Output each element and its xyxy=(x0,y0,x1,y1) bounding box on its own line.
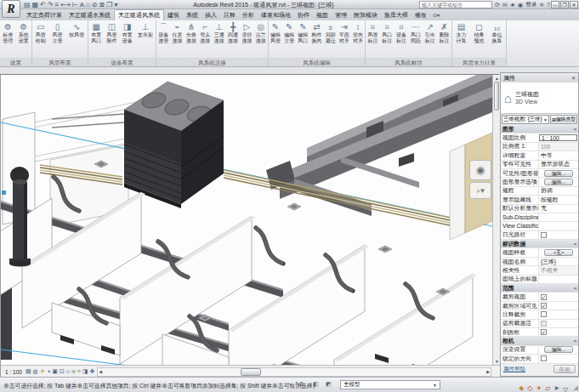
property-row-Sub-Discipline[interactable]: Sub-Discipline xyxy=(501,213,578,222)
ribbon-button-风管标注[interactable]: ⌗风管标注 xyxy=(367,21,377,44)
locked-3d-view-icon[interactable]: ⌂ xyxy=(66,368,70,375)
select-pinned-elements-icon[interactable]: ✦ xyxy=(536,384,542,392)
property-value[interactable]: 编辑... xyxy=(538,178,578,185)
tab-视图[interactable]: 视图 xyxy=(313,10,332,20)
close-properties-icon[interactable]: ✕ xyxy=(571,75,576,81)
type-selector-dropdown[interactable]: 三维视图: {三维} ▼ xyxy=(502,115,549,124)
application-menu-button[interactable]: R xyxy=(2,0,20,18)
property-value[interactable]: 按规程 xyxy=(538,196,578,203)
property-row-渲染设置[interactable]: 渲染设置编辑... xyxy=(501,346,578,355)
ribbon-button-系统设置[interactable]: ⚙系统设置 xyxy=(19,21,29,44)
property-row-裁剪区域可见[interactable]: 裁剪区域可见✓ xyxy=(501,302,578,310)
property-value[interactable]: 无 xyxy=(538,205,578,213)
ribbon-button-风口间距[interactable]: ⋯风口间距 xyxy=(411,21,421,44)
switch-windows-icon[interactable]: ❒ xyxy=(106,1,112,9)
drag-elements-on-selection-icon[interactable]: ➤ xyxy=(553,384,559,392)
thin-lines-icon[interactable]: ≣ xyxy=(99,1,105,9)
checkbox[interactable] xyxy=(541,355,547,361)
temporary-hide-isolate-icon[interactable]: ∞ xyxy=(71,368,76,375)
tab-分析[interactable]: 分析 xyxy=(239,10,258,20)
ribbon-button-任意连接[interactable]: ⌁任意连接 xyxy=(173,21,183,44)
tab-天正负荷计算[interactable]: 天正负荷计算 xyxy=(23,10,65,20)
property-row-比例值 1:[interactable]: 比例值 1:100 xyxy=(501,143,578,151)
exchange-apps-icon[interactable]: ✕ xyxy=(539,2,544,9)
properties-header[interactable]: 属性 ✕ xyxy=(501,73,578,82)
collapse-icon[interactable]: ≈ xyxy=(574,241,576,247)
property-row-规程[interactable]: 规程协调 xyxy=(501,187,578,196)
property-row-锁定的方向[interactable]: 锁定的方向 xyxy=(501,355,578,363)
property-value[interactable]: {三维} xyxy=(538,258,578,265)
ribbon-button-单位换算[interactable]: ₁₀单位换算 xyxy=(492,21,502,44)
property-value[interactable]: ✓ xyxy=(538,328,578,336)
ribbon-button-变径连接[interactable]: ▷变径连接 xyxy=(241,21,252,44)
ribbon-button-布置风口[interactable]: ▦布置风口 xyxy=(91,21,101,44)
property-value[interactable] xyxy=(538,222,578,230)
text-icon[interactable]: A xyxy=(80,1,84,9)
ribbon-state-dropdown-icon[interactable]: ⊙▾ xyxy=(430,10,442,20)
worksets-icon[interactable]: ◧ xyxy=(313,381,319,388)
3d-model-canvas[interactable] xyxy=(1,75,492,365)
crop-view-icon[interactable]: ▣ xyxy=(52,368,58,375)
collapse-icon[interactable]: ≈ xyxy=(574,127,576,132)
ribbon-button-风管绘制[interactable]: ▭风管绘制 xyxy=(36,21,46,44)
resize-grip[interactable]: ◢ xyxy=(574,384,578,391)
view-scale-control[interactable]: 1 : 100 xyxy=(3,368,24,376)
ribbon-button-结果预览[interactable]: ◻结果预览 xyxy=(474,21,485,44)
ribbon-button-风管立管[interactable]: ▯风管立管 xyxy=(52,21,62,44)
aligned-dimension-icon[interactable]: ⊢ xyxy=(72,1,78,9)
edit-type-button[interactable]: ⊞编辑类型 xyxy=(550,115,577,124)
communication-center-icon[interactable]: ✉ xyxy=(502,2,508,9)
property-value[interactable]: 显示原状态 xyxy=(538,161,578,168)
property-row-日光路径[interactable]: 日光路径 xyxy=(501,231,578,240)
property-row-View Classifica...[interactable]: View Classifica... xyxy=(501,222,578,230)
redo-icon[interactable]: ↷ xyxy=(48,1,54,9)
checkbox[interactable]: ✓ xyxy=(541,294,547,300)
undo-icon[interactable]: ↶ xyxy=(40,1,46,9)
property-row-零件可见性[interactable]: 零件可见性显示原状态 xyxy=(501,161,578,169)
visual-style-icon[interactable]: ◍ xyxy=(33,368,38,375)
ribbon-button-删除标注[interactable]: ✗删除标注 xyxy=(440,21,450,44)
ribbon-button-布置设备[interactable]: ◨布置设备 xyxy=(122,21,133,44)
edit-button[interactable]: 编辑... xyxy=(544,179,573,185)
checkbox[interactable] xyxy=(541,311,547,317)
ribbon-button-支吊架[interactable]: ⊥支吊架 xyxy=(138,21,153,38)
edit-button[interactable]: 编辑... xyxy=(544,170,573,177)
property-value[interactable] xyxy=(538,320,578,327)
property-value[interactable]: 编辑... xyxy=(538,169,578,177)
ribbon-button-设备连管[interactable]: ⌒设备连管 xyxy=(158,21,168,44)
ribbon-button-引出标注[interactable]: ↗引出标注 xyxy=(425,21,435,44)
show-crop-region-icon[interactable]: ⊡ xyxy=(60,368,65,375)
collapse-icon[interactable]: ≈ xyxy=(574,286,576,291)
checkbox[interactable] xyxy=(541,232,547,238)
print-icon[interactable]: ≡ xyxy=(55,1,60,9)
property-value[interactable]: 1 : 100 xyxy=(539,134,577,141)
ribbon-button-风管附件[interactable]: ◫风管附件 xyxy=(106,21,116,44)
restore-button[interactable]: ❐ xyxy=(560,1,569,9)
tab-天正暖通风系统[interactable]: 天正暖通风系统 xyxy=(114,9,164,20)
ribbon-button-竖向对齐[interactable]: ↕竖向对齐 xyxy=(353,21,363,44)
sign-in-label[interactable]: 登录 xyxy=(525,1,536,9)
ribbon-button-设备标注[interactable]: ⌗设备标注 xyxy=(396,21,406,44)
property-row-远剪裁激活[interactable]: 远剪裁激活 xyxy=(501,320,578,328)
measure-icon[interactable]: ⟷ xyxy=(60,1,70,9)
property-value[interactable] xyxy=(538,276,578,283)
ribbon-button-弯头连接[interactable]: ⌐弯头连接 xyxy=(200,21,210,44)
save-icon[interactable]: ▦ xyxy=(32,1,39,9)
editing-requests-indicator[interactable]: ✎0 xyxy=(295,381,304,388)
apply-button[interactable]: 应用 xyxy=(553,365,576,373)
tab-建筑[interactable]: 建筑 xyxy=(164,10,183,20)
property-value[interactable]: 中等 xyxy=(538,151,578,159)
minimize-button[interactable]: ─ xyxy=(551,1,559,9)
favorites-icon[interactable]: ★ xyxy=(510,2,515,9)
ribbon-button-局部避让[interactable]: ⌅局部避让 xyxy=(326,21,336,44)
shadows-icon[interactable]: ◑ xyxy=(47,368,50,375)
property-row-可见性/图形替换[interactable]: 可见性/图形替换编辑... xyxy=(501,169,578,178)
property-value[interactable] xyxy=(538,355,578,362)
select-links-icon[interactable]: ◈ xyxy=(519,384,524,392)
steering-wheel-icon[interactable]: ◉ xyxy=(469,160,491,180)
tab-天正暖通水系统[interactable]: 天正暖通水系统 xyxy=(65,10,114,20)
property-value[interactable]: 编辑... xyxy=(538,346,578,354)
sign-in-icon[interactable]: ◉ xyxy=(518,2,523,9)
ribbon-button-四通连接[interactable]: ╋四通连接 xyxy=(228,21,238,44)
reveal-constraints-icon[interactable]: ✥ xyxy=(89,368,94,375)
